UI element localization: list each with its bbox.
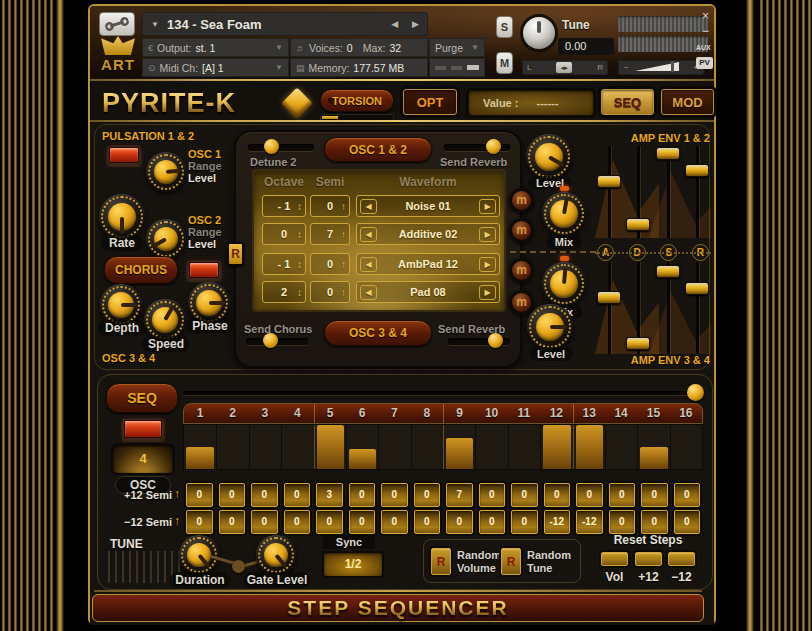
semi-down-step-5[interactable]: 0 <box>316 510 343 534</box>
waveform-next-icon[interactable]: ▶ <box>479 227 496 242</box>
octave-stepper[interactable]: - 1↕ <box>262 195 306 217</box>
close-button[interactable]: × <box>702 9 709 23</box>
semi-stepper[interactable]: 0↑ <box>310 195 350 217</box>
level-bottom-knob[interactable] <box>527 304 573 350</box>
preset-prev-icon[interactable]: ◀ <box>391 19 398 29</box>
send-reverb-top-slider[interactable] <box>444 144 510 151</box>
semi-stepper[interactable]: 7↑ <box>310 223 350 245</box>
env-slider-s[interactable] <box>658 146 678 238</box>
semi-up-step-2[interactable]: 0 <box>219 483 246 507</box>
semi-up-step-12[interactable]: 0 <box>544 483 571 507</box>
octave-stepper[interactable]: - 1↕ <box>262 253 306 275</box>
semi-down-step-15[interactable]: 0 <box>641 510 668 534</box>
slider-handle[interactable] <box>597 291 621 304</box>
semi-down-step-12[interactable]: -12 <box>544 510 571 534</box>
aux-button[interactable]: AUX <box>696 44 711 51</box>
stepper-up-icon[interactable]: ↑ <box>341 259 346 270</box>
semi-up-step-4[interactable]: 0 <box>284 483 311 507</box>
stepper-updown-icon[interactable]: ↕ <box>297 259 302 270</box>
pulsation-rate-knob[interactable] <box>99 194 145 240</box>
waveform-prev-icon[interactable]: ◀ <box>360 227 377 242</box>
semi-down-step-14[interactable]: 0 <box>609 510 636 534</box>
pv-button[interactable]: PV <box>696 57 713 69</box>
stepper-up-icon[interactable]: ↑ <box>341 229 346 240</box>
semi-up-step-1[interactable]: 0 <box>186 483 213 507</box>
stepper-updown-icon[interactable]: ↕ <box>297 287 302 298</box>
semi-down-step-3[interactable]: 0 <box>251 510 278 534</box>
waveform-next-icon[interactable]: ▶ <box>479 257 496 272</box>
seq-bar-step-1[interactable] <box>184 425 216 469</box>
detune-slider[interactable] <box>248 144 314 151</box>
mute-osc3-button[interactable]: m <box>509 258 534 283</box>
minimize-button[interactable]: − <box>702 24 709 38</box>
osc12-tab[interactable]: OSC 1 & 2 <box>324 137 432 162</box>
osc-random-button[interactable]: R <box>227 242 244 266</box>
mute-osc1-button[interactable]: m <box>509 188 534 213</box>
seq-bar-step-7[interactable] <box>378 425 410 469</box>
slider-handle[interactable] <box>656 147 680 160</box>
seq-led[interactable] <box>121 417 165 441</box>
tune-knob[interactable] <box>523 17 555 49</box>
preset-title-bar[interactable]: ▼ 134 - Sea Foam ◀ ▶ <box>142 12 428 36</box>
level-top-knob[interactable] <box>526 134 572 180</box>
seq-bar-step-13[interactable] <box>573 425 605 469</box>
slider-handle[interactable] <box>626 337 650 350</box>
env-slider-r[interactable] <box>687 262 707 354</box>
steps-count-slider[interactable] <box>183 391 703 395</box>
octave-stepper[interactable]: 0↕ <box>262 223 306 245</box>
pulsation-led[interactable] <box>106 144 142 166</box>
opt-button[interactable]: OPT <box>403 89 457 115</box>
output-row[interactable]: € Output: st. 1 ▼ <box>142 38 289 57</box>
gate-level-knob[interactable] <box>256 535 296 575</box>
stepper-updown-icon[interactable]: ↕ <box>297 229 302 240</box>
semi-up-step-16[interactable]: 0 <box>674 483 701 507</box>
pan-slider[interactable]: L ◂▸ R <box>522 60 608 75</box>
seq-bar-step-6[interactable] <box>346 425 378 469</box>
env-slider-r[interactable] <box>687 146 707 238</box>
slider-handle[interactable] <box>597 175 621 188</box>
semi-up-step-5[interactable]: 3 <box>316 483 343 507</box>
semi-up-step-7[interactable]: 0 <box>381 483 408 507</box>
mix-top-knob[interactable] <box>542 192 586 236</box>
semi-down-step-8[interactable]: 0 <box>414 510 441 534</box>
midi-row[interactable]: ⊙ Midi Ch: [A] 1 ▼ <box>142 58 289 77</box>
random-volume-button[interactable]: R <box>431 548 451 575</box>
stepper-up-icon[interactable]: ↑ <box>341 287 346 298</box>
mute-osc2-button[interactable]: m <box>509 218 534 243</box>
waveform-prev-icon[interactable]: ◀ <box>360 257 377 272</box>
preset-next-icon[interactable]: ▶ <box>412 19 419 29</box>
volume-handle[interactable] <box>671 61 674 72</box>
slider-handle[interactable] <box>626 218 650 231</box>
midi-dropdown-icon[interactable]: ▼ <box>275 63 283 72</box>
waveform-prev-icon[interactable]: ◀ <box>360 199 377 214</box>
chorus-button[interactable]: CHORUS <box>104 256 178 284</box>
semi-up-step-10[interactable]: 0 <box>479 483 506 507</box>
mute-button[interactable]: M <box>496 52 513 74</box>
semi-stepper[interactable]: 0↑ <box>310 281 350 303</box>
seq-bar-step-15[interactable] <box>637 425 669 469</box>
mod-page-button[interactable]: MOD <box>661 89 714 115</box>
env-slider-s[interactable] <box>658 262 678 354</box>
seq-bar-step-2[interactable] <box>216 425 248 469</box>
pan-handle[interactable]: ◂▸ <box>556 62 572 73</box>
waveform-next-icon[interactable]: ▶ <box>479 199 496 214</box>
env-slider-d[interactable] <box>628 146 648 238</box>
seq-page-button[interactable]: SEQ <box>601 89 654 115</box>
sync-value[interactable]: 1/2 <box>322 551 384 578</box>
semi-down-step-1[interactable]: 0 <box>186 510 213 534</box>
slider-handle[interactable] <box>685 282 709 295</box>
env-slider-a[interactable] <box>599 146 619 238</box>
osc2-pulsation-knob[interactable] <box>146 219 186 259</box>
seq-bar-step-14[interactable] <box>605 425 637 469</box>
seq-bar-step-4[interactable] <box>281 425 313 469</box>
semi-down-step-9[interactable]: 0 <box>446 510 473 534</box>
semi-up-step-15[interactable]: 0 <box>641 483 668 507</box>
mix-bottom-knob[interactable] <box>542 262 586 306</box>
octave-stepper[interactable]: 2↕ <box>262 281 306 303</box>
semi-up-step-9[interactable]: 7 <box>446 483 473 507</box>
mute-osc4-button[interactable]: m <box>509 290 534 315</box>
semi-down-step-16[interactable]: 0 <box>674 510 701 534</box>
stepper-updown-icon[interactable]: ↕ <box>297 201 302 212</box>
semi-up-step-14[interactable]: 0 <box>609 483 636 507</box>
solo-button[interactable]: S <box>496 16 513 38</box>
